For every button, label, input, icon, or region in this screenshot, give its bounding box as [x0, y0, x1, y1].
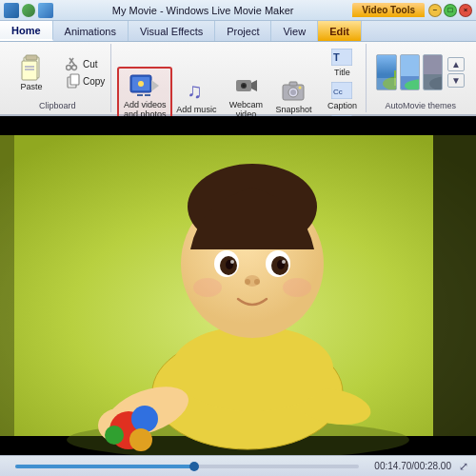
svg-point-70 — [129, 428, 152, 451]
svg-point-64 — [245, 279, 250, 285]
tab-edit[interactable]: Edit — [318, 21, 362, 41]
svg-point-51 — [171, 326, 333, 411]
svg-rect-42 — [424, 55, 443, 74]
clipboard-items: Paste Cut — [8, 46, 107, 99]
clipboard-group-label: Clipboard — [8, 101, 107, 110]
svg-rect-34 — [377, 55, 396, 74]
themes-group-label: AutoMovie themes — [372, 101, 468, 110]
time-display: 00:14.70/00:28.00 — [374, 461, 451, 471]
tab-animations[interactable]: Animations — [53, 21, 129, 41]
snapshot-icon — [278, 75, 308, 106]
svg-point-7 — [67, 66, 71, 70]
add-music-label: Add music — [176, 106, 216, 115]
theme-2[interactable] — [400, 54, 420, 90]
main-content — [0, 116, 476, 455]
svg-rect-73 — [0, 135, 14, 436]
svg-rect-15 — [137, 94, 143, 96]
copy-label: Copy — [83, 76, 105, 87]
window-controls: − □ × — [428, 4, 472, 17]
fullscreen-button[interactable]: ⤢ — [459, 460, 468, 473]
status-bar: 00:14.70/00:28.00 ⤢ — [0, 455, 476, 476]
title-icon: T — [331, 47, 352, 68]
caption-label: Caption — [327, 101, 357, 110]
svg-point-14 — [138, 81, 144, 87]
timeline-slider[interactable] — [15, 465, 359, 468]
svg-rect-38 — [401, 55, 420, 76]
ribbon-group-themes: ▲ ▼ AutoMovie themes — [368, 44, 472, 112]
svg-point-26 — [299, 87, 302, 89]
ribbon-content: Paste Cut — [0, 42, 476, 114]
clipboard-stack: Cut Copy — [64, 55, 107, 89]
svg-rect-36 — [394, 70, 396, 86]
svg-point-61 — [230, 260, 234, 264]
baby-preview-image — [0, 116, 476, 455]
theme-scroll[interactable]: ▲ ▼ — [447, 57, 465, 88]
tab-visual-effects[interactable]: Visual Effects — [129, 21, 215, 41]
title-bar: My Movie - Windows Live Movie Maker Vide… — [0, 0, 476, 21]
svg-point-21 — [243, 85, 246, 88]
ribbon: Paste Cut — [0, 42, 476, 116]
svg-marker-12 — [151, 80, 159, 91]
video-tools-tab: Video Tools — [352, 3, 425, 17]
close-button[interactable]: × — [459, 4, 472, 17]
snapshot-label: Snapshot — [275, 106, 311, 115]
paste-icon — [16, 52, 47, 83]
themes-items: ▲ ▼ — [372, 46, 468, 99]
add-videos-photos-button[interactable]: Add videos and photos — [117, 67, 172, 124]
svg-point-62 — [282, 260, 286, 264]
svg-point-67 — [283, 278, 311, 297]
cut-button[interactable]: Cut — [64, 55, 107, 72]
theme-3[interactable] — [423, 54, 443, 90]
timeline-progress — [15, 465, 194, 468]
svg-rect-16 — [145, 94, 150, 96]
theme-scroll-down[interactable]: ▼ — [447, 73, 465, 88]
cut-label: Cut — [83, 59, 98, 69]
maximize-button[interactable]: □ — [444, 4, 457, 17]
svg-text:T: T — [333, 51, 340, 63]
window-title: My Movie - Windows Live Movie Maker — [53, 5, 352, 16]
svg-point-24 — [290, 89, 296, 95]
tab-home[interactable]: Home — [0, 21, 53, 41]
app-icon-blue2 — [38, 3, 53, 18]
paste-label: Paste — [20, 83, 42, 92]
webcam-video-button[interactable]: Webcam video — [220, 69, 271, 122]
svg-point-69 — [131, 406, 158, 432]
title-bar-icons — [4, 3, 53, 18]
theme-scroll-up[interactable]: ▲ — [447, 57, 465, 71]
snapshot-button[interactable]: Snapshot — [273, 73, 313, 117]
paste-button[interactable]: Paste — [8, 50, 55, 94]
add-videos-icon — [129, 70, 160, 101]
ribbon-tabs: Home Animations Visual Effects Project V… — [0, 21, 476, 42]
webcam-icon — [230, 70, 261, 101]
svg-text:♫: ♫ — [187, 79, 203, 103]
ribbon-group-clipboard: Paste Cut — [4, 44, 111, 112]
svg-rect-1 — [26, 55, 37, 60]
svg-marker-19 — [251, 80, 257, 91]
title-label: Title — [334, 68, 350, 77]
svg-point-35 — [383, 76, 396, 90]
svg-point-71 — [105, 426, 124, 445]
caption-icon: Cc — [331, 80, 352, 101]
svg-point-66 — [193, 278, 222, 297]
svg-point-8 — [72, 66, 77, 70]
svg-text:Cc: Cc — [333, 88, 343, 96]
app-icon-green — [22, 4, 35, 17]
minimize-button[interactable]: − — [428, 4, 442, 17]
theme-1[interactable] — [376, 54, 396, 90]
ribbon-group-add: Add videos and photos ♫ Add music — [113, 44, 367, 112]
title-button[interactable]: T Title — [322, 46, 362, 78]
svg-rect-72 — [433, 135, 476, 436]
svg-point-65 — [254, 279, 260, 285]
svg-rect-2 — [22, 61, 37, 80]
svg-rect-25 — [289, 82, 297, 86]
caption-button[interactable]: Cc Caption — [322, 79, 362, 111]
music-icon: ♫ — [181, 75, 211, 106]
video-preview[interactable] — [0, 116, 476, 455]
svg-rect-10 — [70, 74, 79, 85]
copy-button[interactable]: Copy — [64, 72, 107, 89]
timeline-thumb[interactable] — [189, 462, 199, 471]
add-music-button[interactable]: ♫ Add music — [174, 73, 218, 117]
tab-project[interactable]: Project — [215, 21, 271, 41]
tab-view[interactable]: View — [271, 21, 318, 41]
app-icon-blue — [4, 3, 19, 18]
